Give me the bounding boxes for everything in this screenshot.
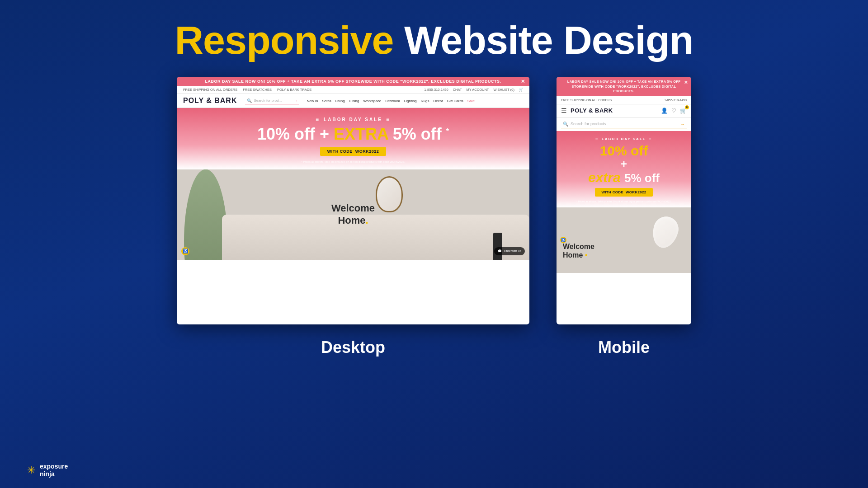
desktop-close-button[interactable]: ✕ <box>521 79 525 84</box>
mobile-nav: ☰ POLY & BARK 👤 ♡ 🛒 0 <box>557 104 691 117</box>
desktop-hero-sale: LABOR DAY SALE 10% off + EXTRA 5% off * … <box>177 108 529 169</box>
desktop-announcement-text: LABOR DAY SALE NOW ON! 10% OFF + TAKE AN… <box>205 79 501 84</box>
desktop-search-icon: 🔍 <box>247 99 252 103</box>
free-swatches-link[interactable]: FREE SWATCHES <box>243 88 272 92</box>
desktop-mockup: LABOR DAY SALE NOW ON! 10% OFF + TAKE AN… <box>177 77 529 324</box>
mobile-account-icon[interactable]: 👤 <box>661 108 668 114</box>
desktop-utility-right: 1-855-310-1450 CHAT MY ACCOUNT WISHLIST … <box>424 88 523 92</box>
content-area: LABOR DAY SALE NOW ON! 10% OFF + TAKE AN… <box>0 77 868 357</box>
desktop-five-off: 5% off <box>393 125 442 143</box>
mobile-free-shipping: FREE SHIPPING ON ALL ORDERS <box>561 99 612 102</box>
desktop-sale-percent: 10% off + EXTRA 5% off * <box>186 125 520 143</box>
main-heading: Responsive Website Design <box>0 0 868 63</box>
mobile-welcome-dot: • <box>583 251 587 259</box>
mobile-extra-five: extra 5% off <box>562 170 686 185</box>
free-shipping-link[interactable]: FREE SHIPPING ON ALL ORDERS <box>183 88 237 92</box>
mobile-welcome-section: WelcomeHome • ♿ <box>557 207 691 273</box>
mobile-ten-off: 10% off <box>562 143 686 158</box>
mobile-top-bar: FREE SHIPPING ON ALL ORDERS 1-855-310-14… <box>557 96 691 104</box>
mobile-brand-logo[interactable]: POLY & BARK <box>571 107 661 114</box>
nav-sale[interactable]: Sale <box>467 99 475 103</box>
desktop-welcome-section: WelcomeHome. 💬 Chat with us ♿ <box>177 169 529 260</box>
desktop-code-button[interactable]: WITH CODE WORK2022 <box>320 147 387 156</box>
mobile-wishlist-icon[interactable]: ♡ <box>671 108 676 114</box>
desktop-extra: EXTRA <box>334 125 393 143</box>
nav-new-in[interactable]: New In <box>307 99 318 103</box>
mobile-search-bar[interactable]: 🔍 Search for products → <box>561 120 687 128</box>
mobile-nav-icons: 👤 ♡ 🛒 0 <box>661 108 687 114</box>
mobile-drop-decoration <box>649 214 681 251</box>
mobile-welcome-text: WelcomeHome • <box>563 242 594 259</box>
ninja-brand-text: exposure ninja <box>40 463 68 478</box>
desktop-search-bar[interactable]: 🔍 Search for prod... → <box>245 98 299 104</box>
desktop-nav-links: New In Sofas Living Dining Workspace Bed… <box>307 99 474 103</box>
mobile-cart-icon[interactable]: 🛒 0 <box>680 108 687 114</box>
mobile-five-off: 5% off <box>624 171 660 185</box>
nav-dining[interactable]: Dining <box>349 99 359 103</box>
cart-icon[interactable]: 🛒 <box>519 88 523 92</box>
mobile-close-button[interactable]: ✕ <box>684 80 688 86</box>
exposure-ninja-logo: ✳ exposure ninja <box>27 463 68 478</box>
nav-gift-cards[interactable]: Gift Cards <box>447 99 463 103</box>
mobile-sale-text: 10% off + extra 5% off <box>562 143 686 185</box>
chat-link[interactable]: CHAT <box>453 88 462 92</box>
ninja-text-label: ninja <box>40 470 55 478</box>
desktop-welcome-dot: . <box>366 215 368 226</box>
nav-rugs[interactable]: Rugs <box>421 99 429 103</box>
ninja-star-icon: ✳ <box>27 465 35 476</box>
nav-bedroom[interactable]: Bedroom <box>385 99 400 103</box>
desktop-ten-off: 10% off <box>257 125 320 143</box>
mobile-phone[interactable]: 1-855-310-1450 <box>664 99 687 102</box>
mobile-plus: + <box>562 158 686 170</box>
desktop-plus: + <box>320 125 334 143</box>
desktop-chat-text: Chat with us <box>504 249 521 253</box>
desktop-accessibility-icon[interactable]: ♿ <box>181 247 189 255</box>
desktop-vase-decoration <box>493 233 502 260</box>
desktop-brand-logo[interactable]: POLY & BARK <box>183 97 237 105</box>
mobile-announcement-text: LABOR DAY SALE NOW ON! 10% OFF + TAKE AN… <box>567 80 680 93</box>
mobile-announcement-bar: LABOR DAY SALE NOW ON! 10% OFF + TAKE AN… <box>557 77 691 96</box>
desktop-welcome-text: WelcomeHome. <box>331 202 375 226</box>
nav-living[interactable]: Living <box>335 99 345 103</box>
desktop-mockup-container: LABOR DAY SALE NOW ON! 10% OFF + TAKE AN… <box>177 77 529 357</box>
mobile-hero-sale: LABOR DAY SALE 10% off + extra 5% off WI… <box>557 131 691 207</box>
wishlist-link[interactable]: WISHLIST (0) <box>493 88 514 92</box>
nav-workspace[interactable]: Workspace <box>363 99 381 103</box>
nav-lighting[interactable]: Lighting <box>404 99 417 103</box>
mobile-labor-day-title: LABOR DAY SALE <box>562 136 686 141</box>
nav-sofas[interactable]: Sofas <box>322 99 331 103</box>
my-account-link[interactable]: MY ACCOUNT <box>467 88 489 92</box>
mobile-extra: extra <box>588 170 624 185</box>
desktop-main-nav: POLY & BARK 🔍 Search for prod... → New I… <box>177 94 529 108</box>
desktop-labor-day-title: LABOR DAY SALE <box>186 116 520 122</box>
mobile-search-text: Search for products <box>571 122 678 126</box>
desktop-search-text: Search for prod... <box>254 99 282 103</box>
mobile-search-arrow: → <box>680 122 685 127</box>
desktop-couch-decoration <box>222 215 529 260</box>
desktop-asterisk: * <box>446 127 449 135</box>
desktop-utility-left: FREE SHIPPING ON ALL ORDERS FREE SWATCHE… <box>183 88 311 92</box>
desktop-search-arrow: → <box>293 99 297 103</box>
mobile-mockup: LABOR DAY SALE NOW ON! 10% OFF + TAKE AN… <box>557 77 691 324</box>
desktop-chat-button[interactable]: 💬 Chat with us <box>494 247 525 255</box>
heading-website-design: Website Design <box>404 18 693 62</box>
mobile-label: Mobile <box>598 338 650 357</box>
nav-decor[interactable]: Decor <box>434 99 443 103</box>
heading-responsive: Responsive <box>175 18 393 62</box>
desktop-label: Desktop <box>321 338 385 357</box>
desktop-fine-print: * Prices as shown. Take an extra 5% off … <box>186 160 520 163</box>
desktop-utility-bar: FREE SHIPPING ON ALL ORDERS FREE SWATCHE… <box>177 86 529 94</box>
phone-number: 1-855-310-1450 <box>424 88 448 92</box>
desktop-mirror-decoration <box>376 176 403 212</box>
mobile-fine-print: * Prices as shown. Take an extra 5% off … <box>562 200 686 203</box>
mobile-cart-badge: 0 <box>685 105 689 109</box>
exposure-text: exposure <box>40 463 68 470</box>
trade-link[interactable]: POLY & BARK TRADE <box>277 88 311 92</box>
mobile-menu-icon[interactable]: ☰ <box>561 107 567 114</box>
desktop-announcement-bar: LABOR DAY SALE NOW ON! 10% OFF + TAKE AN… <box>177 77 529 86</box>
mobile-mockup-container: LABOR DAY SALE NOW ON! 10% OFF + TAKE AN… <box>557 77 691 357</box>
mobile-code-button[interactable]: WITH CODE WORK2022 <box>595 188 652 197</box>
mobile-search-icon: 🔍 <box>563 122 568 127</box>
